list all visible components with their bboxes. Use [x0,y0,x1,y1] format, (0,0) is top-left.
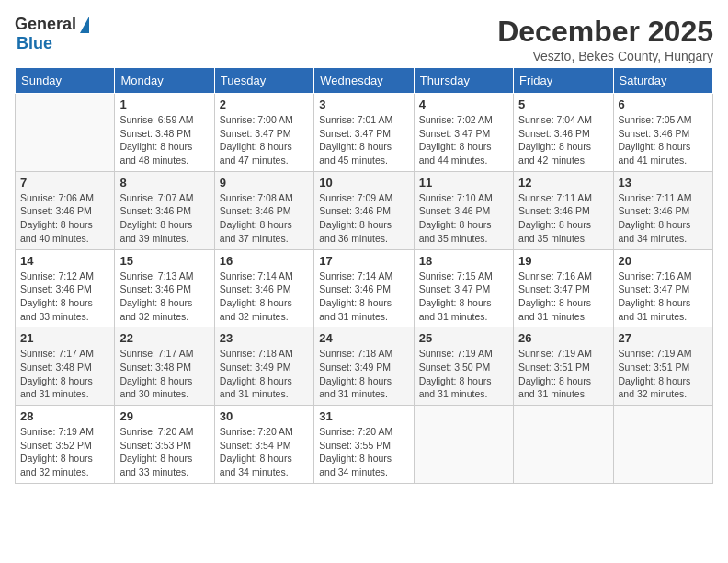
calendar-day-cell: 6Sunrise: 7:05 AMSunset: 3:46 PMDaylight… [613,94,712,172]
day-number: 19 [518,254,608,268]
day-info: Sunrise: 7:20 AMSunset: 3:54 PMDaylight:… [220,425,309,479]
day-number: 14 [20,254,109,268]
calendar-day-cell [414,406,513,484]
day-number: 26 [518,331,608,345]
calendar-day-cell: 10Sunrise: 7:09 AMSunset: 3:46 PMDayligh… [314,171,414,249]
calendar-day-cell: 19Sunrise: 7:16 AMSunset: 3:47 PMDayligh… [514,249,613,327]
day-info: Sunrise: 7:16 AMSunset: 3:47 PMDaylight:… [518,270,608,324]
day-info: Sunrise: 7:15 AMSunset: 3:47 PMDaylight:… [419,270,508,324]
logo-general-text: General [15,15,76,34]
day-number: 23 [220,331,309,345]
calendar-day-cell: 9Sunrise: 7:08 AMSunset: 3:46 PMDaylight… [214,171,313,249]
day-info: Sunrise: 7:20 AMSunset: 3:53 PMDaylight:… [119,425,209,479]
calendar-day-cell: 4Sunrise: 7:02 AMSunset: 3:47 PMDaylight… [414,94,513,172]
day-info: Sunrise: 7:16 AMSunset: 3:47 PMDaylight:… [619,270,708,324]
day-info: Sunrise: 7:18 AMSunset: 3:49 PMDaylight:… [319,347,408,401]
calendar-day-cell: 12Sunrise: 7:11 AMSunset: 3:46 PMDayligh… [514,171,613,249]
calendar-day-cell: 15Sunrise: 7:13 AMSunset: 3:46 PMDayligh… [115,249,214,327]
calendar-day-cell: 24Sunrise: 7:18 AMSunset: 3:49 PMDayligh… [314,327,414,406]
day-number: 27 [619,331,708,345]
day-info: Sunrise: 7:07 AMSunset: 3:46 PMDaylight:… [119,191,209,246]
calendar-day-cell: 23Sunrise: 7:18 AMSunset: 3:49 PMDayligh… [214,327,313,406]
day-info: Sunrise: 7:00 AMSunset: 3:47 PMDaylight:… [220,113,309,167]
day-number: 10 [319,176,408,190]
day-number: 16 [220,254,309,268]
day-number: 5 [518,98,608,111]
day-number: 3 [319,98,408,111]
calendar-day-cell [16,94,115,172]
day-number: 17 [319,254,408,268]
day-number: 25 [419,331,508,345]
calendar-body: 1Sunrise: 6:59 AMSunset: 3:48 PMDaylight… [16,94,713,484]
day-number: 30 [220,409,309,423]
calendar-day-cell [613,406,712,484]
calendar-day-cell: 25Sunrise: 7:19 AMSunset: 3:50 PMDayligh… [414,327,513,406]
calendar-day-cell: 3Sunrise: 7:01 AMSunset: 3:47 PMDaylight… [314,94,414,172]
day-of-week-header: Friday [514,68,613,94]
calendar-header: SundayMondayTuesdayWednesdayThursdayFrid… [16,68,713,94]
day-number: 8 [119,176,209,190]
day-info: Sunrise: 7:17 AMSunset: 3:48 PMDaylight:… [119,347,209,401]
day-of-week-header: Saturday [613,68,712,94]
day-info: Sunrise: 7:20 AMSunset: 3:55 PMDaylight:… [319,425,408,479]
day-info: Sunrise: 7:18 AMSunset: 3:49 PMDaylight:… [220,347,309,401]
day-info: Sunrise: 7:11 AMSunset: 3:46 PMDaylight:… [518,191,608,246]
day-number: 9 [220,176,309,190]
day-of-week-header: Thursday [414,68,513,94]
day-info: Sunrise: 7:17 AMSunset: 3:48 PMDaylight:… [20,347,109,401]
calendar-table: SundayMondayTuesdayWednesdayThursdayFrid… [15,67,713,484]
calendar-day-cell: 26Sunrise: 7:19 AMSunset: 3:51 PMDayligh… [514,327,613,406]
calendar-day-cell: 21Sunrise: 7:17 AMSunset: 3:48 PMDayligh… [16,327,115,406]
day-info: Sunrise: 7:02 AMSunset: 3:47 PMDaylight:… [419,113,508,167]
calendar-week-row: 14Sunrise: 7:12 AMSunset: 3:46 PMDayligh… [16,249,713,327]
page-header: General Blue December 2025 Veszto, Bekes… [15,15,713,63]
logo-blue-text: Blue [17,34,52,53]
calendar-day-cell: 13Sunrise: 7:11 AMSunset: 3:46 PMDayligh… [613,171,712,249]
day-number: 1 [119,98,209,111]
day-number: 22 [119,331,209,345]
day-number: 20 [619,254,708,268]
day-info: Sunrise: 7:06 AMSunset: 3:46 PMDaylight:… [20,191,109,246]
calendar-week-row: 28Sunrise: 7:19 AMSunset: 3:52 PMDayligh… [16,406,713,484]
day-of-week-header: Wednesday [314,68,414,94]
day-number: 15 [119,254,209,268]
day-info: Sunrise: 6:59 AMSunset: 3:48 PMDaylight:… [119,113,209,167]
location-subtitle: Veszto, Bekes County, Hungary [497,49,713,63]
day-number: 11 [419,176,508,190]
title-block: December 2025 Veszto, Bekes County, Hung… [497,15,713,63]
day-number: 12 [518,176,608,190]
calendar-day-cell: 27Sunrise: 7:19 AMSunset: 3:51 PMDayligh… [613,327,712,406]
logo: General Blue [15,15,89,53]
day-info: Sunrise: 7:12 AMSunset: 3:46 PMDaylight:… [20,270,109,324]
day-info: Sunrise: 7:14 AMSunset: 3:46 PMDaylight:… [319,270,408,324]
day-info: Sunrise: 7:19 AMSunset: 3:52 PMDaylight:… [20,425,109,479]
calendar-day-cell: 8Sunrise: 7:07 AMSunset: 3:46 PMDaylight… [115,171,214,249]
day-info: Sunrise: 7:10 AMSunset: 3:46 PMDaylight:… [419,191,508,246]
calendar-day-cell: 14Sunrise: 7:12 AMSunset: 3:46 PMDayligh… [16,249,115,327]
month-title: December 2025 [497,15,713,49]
day-number: 6 [619,98,708,111]
calendar-day-cell: 1Sunrise: 6:59 AMSunset: 3:48 PMDaylight… [115,94,214,172]
calendar-day-cell: 11Sunrise: 7:10 AMSunset: 3:46 PMDayligh… [414,171,513,249]
day-number: 2 [220,98,309,111]
calendar-day-cell: 28Sunrise: 7:19 AMSunset: 3:52 PMDayligh… [16,406,115,484]
day-number: 29 [119,409,209,423]
calendar-day-cell: 7Sunrise: 7:06 AMSunset: 3:46 PMDaylight… [16,171,115,249]
day-info: Sunrise: 7:19 AMSunset: 3:51 PMDaylight:… [518,347,608,401]
calendar-week-row: 1Sunrise: 6:59 AMSunset: 3:48 PMDaylight… [16,94,713,172]
calendar-day-cell: 31Sunrise: 7:20 AMSunset: 3:55 PMDayligh… [314,406,414,484]
calendar-week-row: 21Sunrise: 7:17 AMSunset: 3:48 PMDayligh… [16,327,713,406]
day-number: 13 [619,176,708,190]
day-number: 4 [419,98,508,111]
logo-arrow-icon [80,17,89,33]
calendar-week-row: 7Sunrise: 7:06 AMSunset: 3:46 PMDaylight… [16,171,713,249]
day-info: Sunrise: 7:13 AMSunset: 3:46 PMDaylight:… [119,270,209,324]
calendar-day-cell: 16Sunrise: 7:14 AMSunset: 3:46 PMDayligh… [214,249,313,327]
day-info: Sunrise: 7:04 AMSunset: 3:46 PMDaylight:… [518,113,608,167]
calendar-day-cell [514,406,613,484]
day-info: Sunrise: 7:01 AMSunset: 3:47 PMDaylight:… [319,113,408,167]
day-of-week-header: Tuesday [214,68,313,94]
day-number: 7 [20,176,109,190]
day-info: Sunrise: 7:09 AMSunset: 3:46 PMDaylight:… [319,191,408,246]
calendar-day-cell: 30Sunrise: 7:20 AMSunset: 3:54 PMDayligh… [214,406,313,484]
